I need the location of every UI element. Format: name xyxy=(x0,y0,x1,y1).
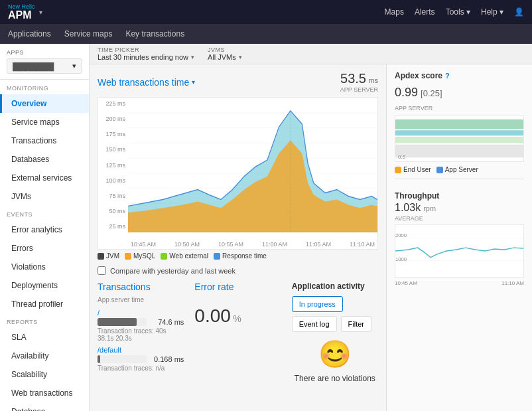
sidebar-item-databases[interactable]: Databases xyxy=(0,150,89,169)
chart-svg-area xyxy=(128,98,377,232)
legend-response-time[interactable]: Response time xyxy=(214,252,267,260)
time-picker-value[interactable]: Last 30 minutes ending now ▾ xyxy=(98,53,194,61)
transactions-grid: Transactions App server time / 74.6 ms T… xyxy=(98,282,378,383)
sidebar-item-scalability[interactable]: Scalability xyxy=(0,365,89,384)
jvms-chevron: ▾ xyxy=(239,54,242,60)
chart-container: 225 ms 200 ms 175 ms 150 ms 125 ms 100 m… xyxy=(98,97,378,250)
apdex-app-server-label: App Server xyxy=(445,166,478,173)
app-selector: APPS ████████ ▾ xyxy=(0,44,89,80)
y-label-225: 225 ms xyxy=(98,100,125,107)
apdex-end-user-label: End User xyxy=(403,166,431,173)
transaction-name-default[interactable]: /default xyxy=(98,346,184,354)
x-label-4: 11:05 AM xyxy=(306,241,331,248)
sidebar-item-external-services[interactable]: External services xyxy=(0,169,89,187)
x-label-0: 10:45 AM xyxy=(131,241,156,248)
event-log-button[interactable]: Event log xyxy=(292,316,337,332)
tools-link[interactable]: Tools ▾ xyxy=(446,7,470,17)
error-rate-unit: % xyxy=(233,313,241,324)
chart-server-stat: 53.5 ms APP SERVER xyxy=(340,71,378,93)
transaction-bar-row-default: 0.168 ms xyxy=(98,355,184,363)
throughput-unit: rpm xyxy=(423,205,436,212)
transaction-item-root: / 74.6 ms Transaction traces: 40s 38.1s … xyxy=(98,309,184,342)
y-label-200: 200 ms xyxy=(98,116,125,122)
apdex-title: Apdex score ? xyxy=(395,71,524,80)
error-rate-title: Error rate xyxy=(194,282,281,292)
sidebar-item-service-maps[interactable]: Service maps xyxy=(0,113,89,131)
apdex-help-icon[interactable]: ? xyxy=(445,72,450,80)
time-picker-text: Last 30 minutes ending now xyxy=(98,53,188,61)
user-icon[interactable]: 👤 xyxy=(514,7,524,17)
top-nav: New Relic APM ▾ Maps Alerts Tools ▾ Help… xyxy=(0,0,532,24)
app-dropdown[interactable]: ████████ ▾ xyxy=(7,58,82,74)
compare-label: Compare with yesterday and last week xyxy=(110,267,235,275)
transaction-value-default: 0.168 ms xyxy=(151,355,184,363)
second-nav: Applications Service maps Key transactio… xyxy=(0,24,532,44)
legend-jvm[interactable]: JVM xyxy=(98,252,119,260)
maps-link[interactable]: Maps xyxy=(385,7,404,17)
transactions-subtitle: App server time xyxy=(98,296,184,303)
transaction-bar-bg-root xyxy=(98,318,147,326)
throughput-title: Throughput xyxy=(395,191,524,201)
sidebar-item-overview[interactable]: Overview xyxy=(0,94,89,113)
logo-chevron[interactable]: ▾ xyxy=(39,9,42,16)
apdex-x-0: 0.5 xyxy=(398,154,405,160)
transactions-title[interactable]: Transactions xyxy=(98,282,184,292)
transaction-traces-default: Transaction traces: n/a xyxy=(98,365,184,372)
apdex-target: [0.25] xyxy=(421,88,442,98)
apdex-server-label: APP SERVER xyxy=(395,105,524,112)
svg-rect-14 xyxy=(395,137,523,143)
legend-response-time-dot xyxy=(214,253,220,260)
chart-title-chevron: ▾ xyxy=(192,78,195,86)
chart-x-labels: 10:45 AM 10:50 AM 10:55 AM 11:00 AM 11:0… xyxy=(128,241,377,248)
compare-checkbox[interactable] xyxy=(98,266,106,275)
sidebar-item-sla[interactable]: SLA xyxy=(0,328,89,347)
transaction-name-root[interactable]: / xyxy=(98,309,184,317)
monitoring-label: MONITORING xyxy=(0,80,89,94)
in-progress-button[interactable]: In progress xyxy=(292,296,343,312)
chart-title[interactable]: Web transactions time ▾ xyxy=(98,77,195,88)
legend-web-external-dot xyxy=(161,253,167,260)
time-picker-group: TIME PICKER Last 30 minutes ending now ▾ xyxy=(98,46,194,61)
y-label-175: 175 ms xyxy=(98,131,125,137)
sidebar-item-database[interactable]: Database xyxy=(0,402,89,411)
reports-label: REPORTS xyxy=(0,313,89,328)
chart-header: Web transactions time ▾ 53.5 ms APP SERV… xyxy=(98,71,378,93)
service-maps-nav-link[interactable]: Service maps xyxy=(64,27,113,41)
apdex-legend-end-user: End User xyxy=(395,166,431,173)
y-label-125: 125 ms xyxy=(98,162,125,169)
legend-jvm-label: JVM xyxy=(106,252,119,260)
error-rate-value: 0.00 xyxy=(194,305,231,326)
help-link[interactable]: Help ▾ xyxy=(481,7,503,17)
apdex-legend-app-server: App Server xyxy=(436,166,478,173)
sidebar-item-web-transactions[interactable]: Web transactions xyxy=(0,384,89,402)
chart-server-label: APP SERVER xyxy=(340,86,378,93)
top-nav-right: Maps Alerts Tools ▾ Help ▾ 👤 xyxy=(385,7,524,17)
apdex-legend: End User App Server xyxy=(395,166,524,173)
jvms-picker-group: JVMS All JVMs ▾ xyxy=(208,46,242,61)
app-dropdown-chevron: ▾ xyxy=(72,62,76,70)
applications-nav-link[interactable]: Applications xyxy=(8,27,51,41)
y-label-50: 50 ms xyxy=(98,208,125,214)
y-label-150: 150 ms xyxy=(98,146,125,153)
sidebar-item-violations[interactable]: Violations xyxy=(0,258,89,276)
key-transactions-nav-link[interactable]: Key transactions xyxy=(125,27,184,41)
svg-rect-13 xyxy=(395,130,523,135)
sidebar-item-error-analytics[interactable]: Error analytics xyxy=(0,220,89,239)
legend-mysql-label: MySQL xyxy=(133,252,155,260)
sidebar-item-errors[interactable]: Errors xyxy=(0,239,89,258)
jvms-value[interactable]: All JVMs ▾ xyxy=(208,53,242,61)
sidebar-item-thread-profiler[interactable]: Thread profiler xyxy=(0,295,89,313)
logo-apm: APM xyxy=(8,10,35,21)
sidebar-item-deployments[interactable]: Deployments xyxy=(0,276,89,295)
chart-title-text: Web transactions time xyxy=(98,77,189,88)
sidebar-item-availability[interactable]: Availability xyxy=(0,347,89,365)
filter-button[interactable]: Filter xyxy=(341,316,371,332)
sidebar-item-transactions[interactable]: Transactions xyxy=(0,131,89,150)
legend-mysql-dot xyxy=(125,253,131,260)
legend-mysql[interactable]: MySQL xyxy=(125,252,155,260)
app-name: ████████ xyxy=(13,62,54,70)
apdex-chart: 0.5 xyxy=(395,116,524,162)
legend-web-external[interactable]: Web external xyxy=(161,252,208,260)
alerts-link[interactable]: Alerts xyxy=(415,7,435,17)
sidebar-item-jvms[interactable]: JVMs xyxy=(0,187,89,206)
